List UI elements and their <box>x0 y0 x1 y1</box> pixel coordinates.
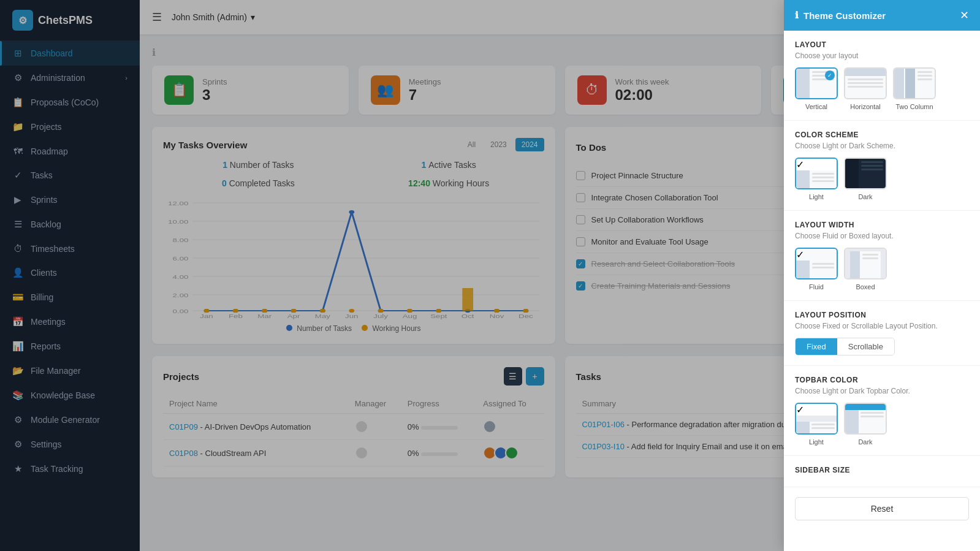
topbar-color-section: TOPBAR COLOR Choose Light or Dark Topbar… <box>784 366 980 456</box>
topbar-label-dark: Dark <box>858 438 872 446</box>
layout-thumb-horizontal <box>844 67 887 99</box>
topbar-color-light[interactable]: ✓ Light <box>795 403 838 446</box>
color-thumb-light: ✓ <box>795 158 838 189</box>
topbar-color-dark[interactable]: Dark <box>844 403 887 446</box>
color-option-dark[interactable]: Dark <box>844 158 887 200</box>
topbar-color-title: TOPBAR COLOR <box>795 376 969 384</box>
theme-header: ℹ Theme Customizer ✕ <box>784 0 980 31</box>
layout-position-title: LAYOUT POSITION <box>795 311 969 319</box>
layout-label-vertical: Vertical <box>805 103 827 110</box>
sidebar-size-title: SIDEBAR SIZE <box>795 466 969 474</box>
layout-option-vertical[interactable]: ✓ Vertical <box>795 67 838 110</box>
theme-close-button[interactable]: ✕ <box>960 9 969 22</box>
color-scheme-title: COLOR SCHEME <box>795 131 969 139</box>
layout-width-title: LAYOUT WIDTH <box>795 221 969 229</box>
width-thumb-boxed <box>844 248 887 279</box>
position-toggle: Fixed Scrollable <box>795 338 895 355</box>
position-scrollable-btn[interactable]: Scrollable <box>837 338 894 355</box>
theme-customizer-panel: ℹ Theme Customizer ✕ LAYOUT Choose your … <box>784 0 980 551</box>
layout-label-horizontal: Horizontal <box>850 103 881 110</box>
layout-options: ✓ Vertical <box>795 67 969 110</box>
color-scheme-section: COLOR SCHEME Choose Light or Dark Scheme… <box>784 121 980 211</box>
check-badge-fluid: ✓ <box>796 249 837 260</box>
topbar-color-desc: Choose Light or Dark Topbar Color. <box>795 387 969 395</box>
color-scheme-desc: Choose Light or Dark Scheme. <box>795 142 969 150</box>
color-option-light[interactable]: ✓ Light <box>795 158 838 200</box>
check-badge-light: ✓ <box>796 159 837 170</box>
topbar-label-light: Light <box>809 438 824 446</box>
sidebar-size-section: SIDEBAR SIZE <box>784 456 980 487</box>
theme-info-icon: ℹ <box>795 10 799 21</box>
theme-title: Theme Customizer <box>803 10 886 21</box>
color-thumb-dark <box>844 158 887 189</box>
layout-option-twocolumn[interactable]: Two Column <box>893 67 936 110</box>
layout-option-horizontal[interactable]: Horizontal <box>844 67 887 110</box>
width-option-fluid[interactable]: ✓ Fluid <box>795 248 838 291</box>
check-badge-topbar-light: ✓ <box>796 404 837 416</box>
layout-desc: Choose your layout <box>795 51 969 60</box>
topbar-thumb-dark <box>844 403 887 435</box>
topbar-thumb-light: ✓ <box>795 403 838 435</box>
layout-width-desc: Choose Fluid or Boxed layout. <box>795 232 969 240</box>
width-options: ✓ Fluid <box>795 248 969 291</box>
layout-width-section: LAYOUT WIDTH Choose Fluid or Boxed layou… <box>784 211 980 301</box>
layout-position-desc: Choose Fixed or Scrollable Layout Positi… <box>795 322 969 330</box>
topbar-color-options: ✓ Light <box>795 403 969 446</box>
width-option-boxed[interactable]: Boxed <box>844 248 887 291</box>
color-label-dark: Dark <box>858 193 872 200</box>
layout-section: LAYOUT Choose your layout ✓ Vertical <box>784 31 980 121</box>
width-label-boxed: Boxed <box>856 283 875 291</box>
position-fixed-btn[interactable]: Fixed <box>796 338 837 355</box>
check-badge-vertical: ✓ <box>825 70 835 80</box>
reset-section: Reset <box>784 487 980 530</box>
layout-thumb-twocolumn <box>893 67 936 99</box>
layout-position-section: LAYOUT POSITION Choose Fixed or Scrollab… <box>784 301 980 366</box>
width-thumb-fluid: ✓ <box>795 248 838 279</box>
reset-button[interactable]: Reset <box>795 497 969 520</box>
layout-label-twocolumn: Two Column <box>895 103 933 110</box>
layout-title: LAYOUT <box>795 40 969 49</box>
width-label-fluid: Fluid <box>809 283 824 291</box>
color-options: ✓ Light <box>795 158 969 200</box>
layout-thumb-vertical: ✓ <box>795 67 838 99</box>
color-label-light: Light <box>809 193 824 200</box>
